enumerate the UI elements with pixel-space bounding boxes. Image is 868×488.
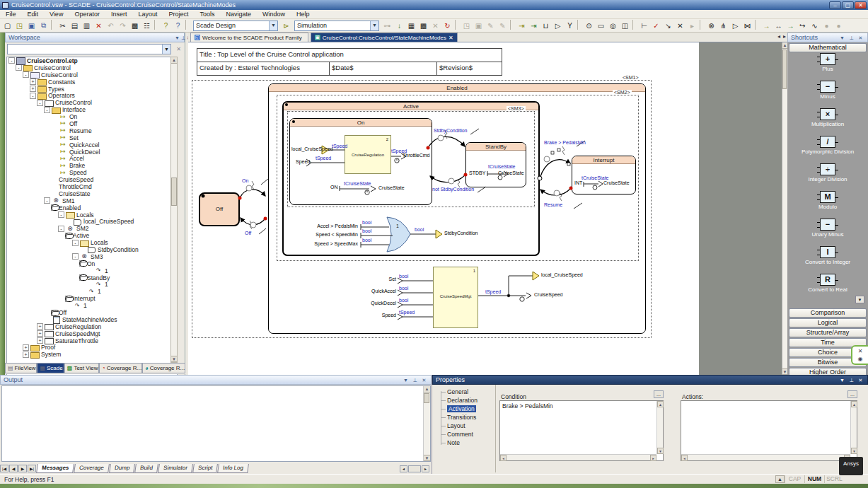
type-label[interactable]: bool bbox=[415, 227, 424, 233]
tree-item[interactable]: + Constants bbox=[7, 79, 177, 86]
tree-item[interactable]: - CruiseControl bbox=[7, 99, 177, 106]
tree-item[interactable]: - Active bbox=[7, 232, 177, 239]
tab-nav-icon[interactable]: ◀ bbox=[9, 465, 18, 472]
output-tab[interactable]: Messages bbox=[36, 464, 74, 473]
signal-label[interactable]: CruiseState bbox=[498, 170, 524, 176]
transition-label[interactable]: Off bbox=[245, 231, 251, 236]
help-icon[interactable]: ? bbox=[160, 20, 172, 31]
tree-item[interactable]: + SaturateThrottle bbox=[7, 337, 177, 344]
menu-item[interactable]: Insert bbox=[105, 10, 133, 19]
shortcut-group[interactable]: Logical bbox=[789, 318, 867, 327]
pin-icon[interactable]: ⊥ bbox=[847, 34, 855, 42]
properties-category[interactable]: Activation bbox=[438, 405, 499, 413]
refresh-icon[interactable]: ↻ bbox=[441, 20, 453, 31]
cut-icon[interactable]: ✂ bbox=[57, 20, 69, 31]
pin-icon[interactable]: ⊥ bbox=[181, 35, 185, 40]
operator-call-icon[interactable]: ▷ bbox=[552, 20, 564, 31]
panel-menu-icon[interactable]: ▼ bbox=[838, 376, 846, 384]
tree-item[interactable]: - CruiseControl bbox=[7, 64, 177, 71]
tree-expander[interactable]: + bbox=[23, 352, 29, 358]
tab-nav-icon[interactable]: ▶| bbox=[28, 465, 36, 472]
simulation-combo[interactable]: Simulation ▼ bbox=[294, 21, 379, 31]
synchro-icon[interactable]: ⋈ bbox=[741, 20, 753, 31]
type-label[interactable]: tCruiseState bbox=[344, 181, 371, 187]
menu-item[interactable]: View bbox=[44, 10, 69, 19]
close-icon[interactable]: ✕ bbox=[857, 376, 864, 384]
tree-item[interactable]: On bbox=[7, 113, 177, 120]
redo-icon[interactable]: ↷ bbox=[117, 20, 129, 31]
properties-header[interactable]: Properties ▼⊥✕ bbox=[432, 375, 868, 385]
tree-item[interactable]: Set bbox=[7, 134, 177, 141]
menu-item[interactable]: Navigate bbox=[221, 10, 257, 19]
type-label[interactable]: bool bbox=[362, 228, 371, 234]
clear-icon[interactable]: ✕ bbox=[174, 45, 183, 54]
menu-item[interactable]: Project bbox=[163, 10, 194, 19]
panel-menu-icon[interactable]: ▼ bbox=[175, 35, 180, 40]
properties-category[interactable]: Declaration bbox=[438, 396, 499, 405]
when-activate-icon[interactable]: ◎ bbox=[607, 20, 619, 31]
condition-ellipsis-button[interactable]: ... bbox=[654, 390, 664, 398]
state-icon[interactable]: ▭ bbox=[595, 20, 607, 31]
type-label[interactable]: bool bbox=[399, 274, 408, 279]
output-tab[interactable]: Coverage bbox=[74, 464, 110, 473]
tree-item[interactable]: - On bbox=[7, 260, 177, 267]
pin-icon[interactable]: ⊥ bbox=[847, 376, 855, 384]
minimize-button[interactable]: – bbox=[829, 1, 841, 9]
properties-icon[interactable]: ▩ bbox=[129, 20, 141, 31]
condition-field[interactable]: Brake > PedalsMin ▲▼ ◂▸ bbox=[499, 400, 664, 461]
scrollbar-thumb[interactable] bbox=[424, 393, 429, 403]
tree-item[interactable]: StdbyCondition bbox=[7, 246, 177, 253]
workspace-tab[interactable]: ◔ Coverage R... bbox=[99, 363, 142, 373]
tree-item[interactable]: 1 bbox=[7, 267, 177, 274]
close-button[interactable]: ✕ bbox=[855, 1, 867, 9]
scroll-up-icon[interactable]: ▲ bbox=[424, 386, 430, 393]
tab-nav-icon[interactable]: ▶ bbox=[18, 465, 27, 472]
signal-label[interactable]: Set bbox=[368, 277, 396, 282]
output-tab[interactable]: Simulator bbox=[158, 464, 193, 473]
spline-icon[interactable]: ∿ bbox=[809, 20, 821, 31]
tree-expander[interactable]: + bbox=[23, 344, 29, 351]
type-label[interactable]: tSpeed bbox=[485, 289, 501, 295]
tree-item[interactable]: - CruiseControl.etp bbox=[7, 57, 177, 64]
shortcut-group[interactable]: Comparison bbox=[789, 308, 867, 318]
menu-item[interactable]: Window bbox=[257, 10, 291, 19]
type-label[interactable]: bool bbox=[362, 220, 371, 226]
tree-expander[interactable]: - bbox=[16, 64, 22, 71]
signal-label[interactable]: CruiseState bbox=[378, 185, 405, 191]
build-icon[interactable]: ▦ bbox=[405, 20, 417, 31]
output-header[interactable]: Output ▼⊥✕ bbox=[0, 375, 432, 385]
print-icon[interactable]: ☷ bbox=[141, 20, 153, 31]
rebuild-icon[interactable]: ▩ bbox=[417, 20, 429, 31]
tree-item[interactable]: - Locals bbox=[7, 211, 177, 219]
tree-item[interactable]: - Enabled bbox=[7, 204, 177, 211]
tree-item[interactable]: + Types bbox=[7, 86, 177, 93]
probe-icon[interactable]: Y bbox=[564, 20, 576, 31]
tree-item[interactable]: - SM3 bbox=[7, 253, 177, 260]
dot-icon[interactable]: ● bbox=[821, 20, 833, 31]
tree-item[interactable]: local_CruiseSpeed bbox=[7, 218, 177, 225]
shortcut-item[interactable]: I Convert to Integer bbox=[787, 246, 868, 265]
tree-item[interactable]: 1 bbox=[7, 281, 177, 289]
tree-item[interactable]: + System bbox=[7, 351, 177, 358]
tab-nav-icon[interactable]: |◀ bbox=[0, 465, 8, 472]
wire-green-icon[interactable]: → bbox=[785, 20, 797, 31]
type-label[interactable]: tSpeed bbox=[316, 156, 331, 161]
check-icon[interactable]: ✓ bbox=[650, 20, 662, 31]
if-activate-icon[interactable]: ⊙ bbox=[583, 20, 595, 31]
transition-icon[interactable]: ▷ bbox=[729, 20, 741, 31]
simulation-env-icon[interactable]: ⊳ bbox=[280, 20, 292, 31]
actions-ellipsis-button[interactable]: ... bbox=[847, 390, 857, 398]
output-port-icon[interactable]: ⇥ bbox=[528, 20, 540, 31]
undo-icon[interactable]: ↶ bbox=[105, 20, 117, 31]
shortcut-item[interactable]: M Modulo bbox=[787, 191, 868, 210]
separator[interactable] bbox=[185, 20, 190, 30]
tree-item[interactable]: Brake bbox=[7, 162, 177, 169]
scroll-up-icon[interactable]: ▲ bbox=[171, 57, 177, 64]
tree-item[interactable]: - Interface bbox=[7, 106, 177, 113]
scroll-down-icon[interactable]: ▼ bbox=[171, 356, 177, 362]
properties-category[interactable]: Comment bbox=[438, 430, 499, 438]
tree-item[interactable]: CruiseSpeed bbox=[7, 176, 177, 183]
tree-item[interactable]: QuickDecel bbox=[7, 149, 177, 156]
hscroll-left-icon[interactable]: ◂ bbox=[400, 465, 407, 472]
output-tab[interactable]: Build bbox=[134, 464, 158, 473]
